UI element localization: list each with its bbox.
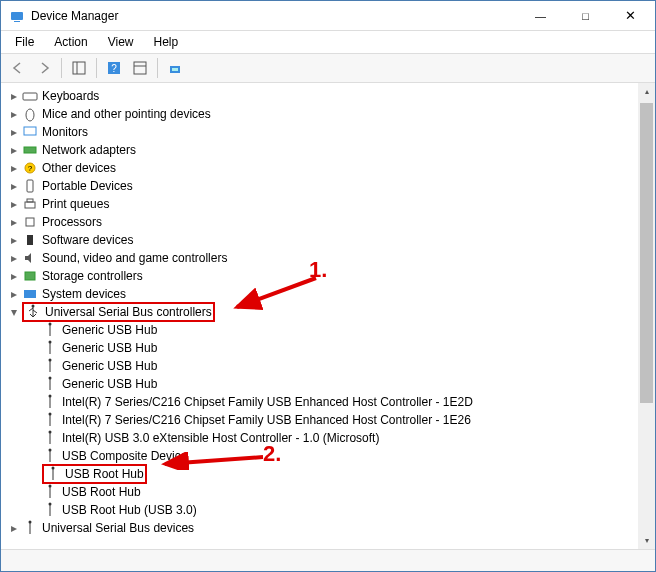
tree-item-generic-usb-hub[interactable]: Generic USB Hub: [25, 375, 655, 393]
svg-rect-10: [23, 93, 37, 100]
chevron-right-icon[interactable]: ▸: [7, 161, 21, 175]
menubar: File Action View Help: [1, 31, 655, 54]
chevron-right-icon[interactable]: ▸: [7, 143, 21, 157]
svg-rect-0: [11, 12, 23, 20]
usb-icon: [42, 430, 58, 446]
window-title: Device Manager: [31, 9, 518, 23]
chevron-right-icon[interactable]: ▸: [7, 179, 21, 193]
usb-icon: [42, 484, 58, 500]
chevron-right-icon[interactable]: ▸: [7, 233, 21, 247]
software-icon: [22, 232, 38, 248]
usb-icon: [22, 520, 38, 536]
scroll-thumb[interactable]: [640, 103, 653, 403]
tree-item-other[interactable]: ▸?Other devices: [5, 159, 655, 177]
close-button[interactable]: ✕: [608, 2, 653, 30]
tree-item-intel-usb-1e26[interactable]: Intel(R) 7 Series/C216 Chipset Family US…: [25, 411, 655, 429]
chevron-right-icon[interactable]: ▸: [7, 269, 21, 283]
chevron-down-icon[interactable]: ▾: [7, 305, 21, 319]
properties-button[interactable]: [129, 57, 151, 79]
show-hide-tree-button[interactable]: [68, 57, 90, 79]
chevron-right-icon[interactable]: ▸: [7, 89, 21, 103]
monitor-icon: [22, 124, 38, 140]
usb-icon: [25, 304, 41, 320]
svg-text:?: ?: [111, 63, 117, 74]
portable-icon: [22, 178, 38, 194]
usb-icon: [42, 502, 58, 518]
svg-point-23: [32, 305, 35, 308]
chevron-right-icon[interactable]: ▸: [7, 287, 21, 301]
scan-hardware-button[interactable]: [164, 57, 186, 79]
usb-icon: [42, 394, 58, 410]
svg-rect-12: [24, 127, 36, 135]
chevron-right-icon[interactable]: ▸: [7, 125, 21, 139]
tree-item-usb-composite[interactable]: USB Composite Device: [25, 447, 655, 465]
tree-item-usb-root-hub-30[interactable]: USB Root Hub (USB 3.0): [25, 501, 655, 519]
tree-item-processors[interactable]: ▸Processors: [5, 213, 655, 231]
tree-item-portable[interactable]: ▸Portable Devices: [5, 177, 655, 195]
toolbar: ?: [1, 54, 655, 83]
tree-item-system[interactable]: ▸System devices: [5, 285, 655, 303]
svg-point-11: [26, 109, 34, 121]
tree-item-keyboards[interactable]: ▸Keyboards: [5, 87, 655, 105]
tree-item-storage[interactable]: ▸Storage controllers: [5, 267, 655, 285]
menu-help[interactable]: Help: [146, 33, 187, 51]
vertical-scrollbar[interactable]: ▴ ▾: [638, 83, 655, 549]
device-tree-pane: ▸Keyboards ▸Mice and other pointing devi…: [1, 83, 655, 549]
svg-rect-17: [25, 202, 35, 208]
tree-item-usb-controllers[interactable]: ▾ Universal Serial Bus controllers: [5, 303, 655, 321]
menu-file[interactable]: File: [7, 33, 42, 51]
sound-icon: [22, 250, 38, 266]
printer-icon: [22, 196, 38, 212]
tree-item-usb-root-hub-1[interactable]: USB Root Hub: [25, 465, 655, 483]
tree-item-generic-usb-hub[interactable]: Generic USB Hub: [25, 339, 655, 357]
scroll-down-button[interactable]: ▾: [638, 532, 655, 549]
tree-item-software[interactable]: ▸Software devices: [5, 231, 655, 249]
tree-item-generic-usb-hub[interactable]: Generic USB Hub: [25, 357, 655, 375]
maximize-button[interactable]: □: [563, 2, 608, 30]
usb-icon: [42, 322, 58, 338]
tree-item-intel-usb-1e2d[interactable]: Intel(R) 7 Series/C216 Chipset Family US…: [25, 393, 655, 411]
svg-rect-21: [25, 272, 35, 280]
svg-rect-1: [14, 21, 20, 22]
chevron-right-icon[interactable]: ▸: [7, 197, 21, 211]
usb-icon: [45, 466, 61, 482]
svg-rect-2: [73, 62, 85, 74]
network-icon: [22, 142, 38, 158]
statusbar: [1, 549, 655, 571]
menu-action[interactable]: Action: [46, 33, 95, 51]
tree-item-monitors[interactable]: ▸Monitors: [5, 123, 655, 141]
svg-rect-16: [27, 180, 33, 192]
help-button[interactable]: ?: [103, 57, 125, 79]
minimize-button[interactable]: —: [518, 2, 563, 30]
other-icon: ?: [22, 160, 38, 176]
usb-icon: [42, 412, 58, 428]
usb-icon: [42, 340, 58, 356]
menu-view[interactable]: View: [100, 33, 142, 51]
scroll-up-button[interactable]: ▴: [638, 83, 655, 100]
chevron-right-icon[interactable]: ▸: [7, 521, 21, 535]
chevron-right-icon[interactable]: ▸: [7, 215, 21, 229]
tree-item-generic-usb-hub[interactable]: Generic USB Hub: [25, 321, 655, 339]
chevron-right-icon[interactable]: ▸: [7, 107, 21, 121]
system-icon: [22, 286, 38, 302]
forward-button[interactable]: [33, 57, 55, 79]
tree-item-usb-devices[interactable]: ▸Universal Serial Bus devices: [5, 519, 655, 537]
tree-item-printqueues[interactable]: ▸Print queues: [5, 195, 655, 213]
toolbar-separator: [61, 58, 62, 78]
tree-item-usb-root-hub-2[interactable]: USB Root Hub: [25, 483, 655, 501]
chevron-right-icon[interactable]: ▸: [7, 251, 21, 265]
toolbar-separator: [157, 58, 158, 78]
svg-text:?: ?: [28, 164, 33, 173]
back-button[interactable]: [7, 57, 29, 79]
usb-icon: [42, 448, 58, 464]
tree-item-network[interactable]: ▸Network adapters: [5, 141, 655, 159]
storage-icon: [22, 268, 38, 284]
svg-rect-19: [26, 218, 34, 226]
mouse-icon: [22, 106, 38, 122]
processor-icon: [22, 214, 38, 230]
tree-item-mice[interactable]: ▸Mice and other pointing devices: [5, 105, 655, 123]
tree-item-intel-usb-30[interactable]: Intel(R) USB 3.0 eXtensible Host Control…: [25, 429, 655, 447]
svg-rect-9: [172, 68, 178, 71]
svg-rect-6: [134, 62, 146, 74]
tree-item-sound[interactable]: ▸Sound, video and game controllers: [5, 249, 655, 267]
